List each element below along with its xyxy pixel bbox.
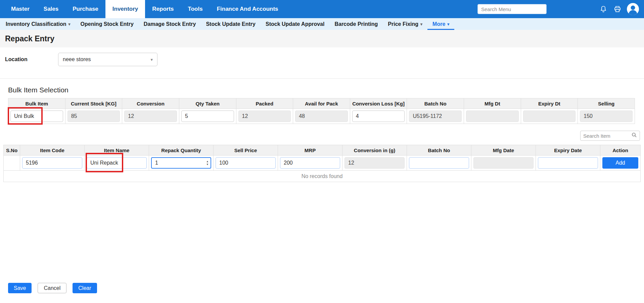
nav-item-tools[interactable]: Tools bbox=[181, 0, 210, 18]
column-header-mrp: MRP bbox=[278, 145, 342, 156]
item-name-cell bbox=[85, 156, 149, 171]
sno-cell bbox=[4, 156, 20, 171]
clear-button[interactable]: Clear bbox=[73, 283, 97, 293]
column-header-item-name: Item Name bbox=[85, 145, 149, 156]
packed-cell bbox=[236, 109, 293, 124]
repack-quantity-input[interactable] bbox=[151, 157, 211, 169]
selling-cell bbox=[578, 109, 635, 124]
subnav-item-more[interactable]: More ▾ bbox=[427, 18, 454, 30]
column-header-selling: Selling bbox=[578, 98, 635, 109]
conversion-in-g-input bbox=[344, 157, 405, 169]
repack-entry-row: ▴▾ Add bbox=[4, 156, 641, 171]
conversion-input bbox=[124, 111, 177, 122]
search-icon[interactable] bbox=[632, 132, 637, 139]
add-button[interactable]: Add bbox=[602, 157, 638, 169]
expiry-dt-input bbox=[523, 111, 576, 122]
nav-item-finance-and-accounts[interactable]: Finance And Accounts bbox=[210, 0, 285, 18]
subnav-label: Stock Update Entry bbox=[206, 21, 256, 27]
nav-item-inventory[interactable]: Inventory bbox=[105, 0, 145, 18]
expiry-date-cell bbox=[536, 156, 600, 171]
column-header-expiry-date: Expiry Date bbox=[536, 145, 600, 156]
sell-price-input[interactable] bbox=[216, 157, 276, 169]
column-header-item-code: Item Code bbox=[20, 145, 85, 156]
column-header-bulk-item: Bulk Item bbox=[8, 98, 65, 109]
no-records-row: No records found bbox=[4, 171, 641, 182]
conversion-loss-cell bbox=[350, 109, 407, 124]
item-name-input[interactable] bbox=[87, 157, 147, 169]
bulk-item-input[interactable] bbox=[10, 111, 63, 122]
inventory-subnav: Inventory Classification ▾ Opening Stock… bbox=[0, 18, 644, 30]
repack-quantity-cell: ▴▾ bbox=[149, 156, 214, 171]
selling-input bbox=[580, 111, 633, 122]
subnav-label: Barcode Printing bbox=[334, 21, 378, 27]
topnav-right-group bbox=[477, 0, 644, 18]
repack-batch-no-input[interactable] bbox=[409, 157, 469, 169]
item-search-row bbox=[0, 131, 640, 141]
column-header-mfg-dt: Mfg Dt bbox=[464, 98, 521, 109]
subnav-item-stock-update-approval[interactable]: Stock Update Approval bbox=[261, 18, 329, 30]
conversion-g-cell bbox=[342, 156, 407, 171]
current-stock-cell bbox=[65, 109, 122, 124]
expiry-date-input[interactable] bbox=[538, 157, 598, 169]
section-divider bbox=[0, 78, 644, 79]
column-header-conversion-loss: Conversion Loss [Kg] bbox=[350, 98, 407, 109]
subnav-item-price-fixing[interactable]: Price Fixing ▾ bbox=[383, 18, 427, 30]
user-avatar[interactable] bbox=[627, 3, 639, 15]
item-search-box bbox=[580, 131, 640, 141]
subnav-item-inventory-classification[interactable]: Inventory Classification ▾ bbox=[1, 18, 76, 30]
chevron-down-icon: ▾ bbox=[447, 22, 449, 27]
item-code-input[interactable] bbox=[22, 157, 82, 169]
page-title-strip: Repack Entry bbox=[0, 30, 644, 47]
subnav-label: Stock Update Approval bbox=[266, 21, 324, 27]
mfg-dt-cell bbox=[464, 109, 521, 124]
subnav-label: More bbox=[432, 21, 445, 27]
column-header-sno: S.No bbox=[4, 145, 20, 156]
conversion-loss-input[interactable] bbox=[352, 111, 405, 122]
mfg-date-cell bbox=[471, 156, 536, 171]
sell-price-cell bbox=[214, 156, 278, 171]
conversion-cell bbox=[122, 109, 179, 124]
nav-item-sales[interactable]: Sales bbox=[37, 0, 65, 18]
action-cell: Add bbox=[600, 156, 641, 171]
bulk-item-table: Bulk Item Current Stock [KG] Conversion … bbox=[8, 98, 635, 124]
page-title: Repack Entry bbox=[5, 34, 54, 43]
subnav-label: Opening Stock Entry bbox=[81, 21, 134, 27]
subnav-label: Inventory Classification bbox=[6, 21, 66, 27]
mrp-input[interactable] bbox=[280, 157, 340, 169]
subnav-item-stock-update-entry[interactable]: Stock Update Entry bbox=[201, 18, 261, 30]
subnav-item-opening-stock-entry[interactable]: Opening Stock Entry bbox=[76, 18, 139, 30]
location-row: Location neee stores ▾ bbox=[5, 53, 644, 66]
nav-item-reports[interactable]: Reports bbox=[145, 0, 181, 18]
notifications-bell-icon[interactable] bbox=[599, 5, 608, 13]
location-select[interactable]: neee stores ▾ bbox=[58, 53, 157, 66]
nav-item-purchase[interactable]: Purchase bbox=[65, 0, 105, 18]
repack-batch-no-cell bbox=[407, 156, 471, 171]
subnav-item-damage-stock-entry[interactable]: Damage Stock Entry bbox=[139, 18, 201, 30]
location-label: Location bbox=[5, 56, 58, 62]
stepper-down-icon[interactable]: ▾ bbox=[206, 163, 208, 166]
save-button[interactable]: Save bbox=[8, 283, 32, 293]
subnav-label: Damage Stock Entry bbox=[144, 21, 196, 27]
menu-search-input[interactable] bbox=[477, 4, 547, 14]
item-code-cell bbox=[20, 156, 85, 171]
column-header-mfg-date: Mfg Date bbox=[471, 145, 536, 156]
subnav-item-barcode-printing[interactable]: Barcode Printing bbox=[329, 18, 383, 30]
chevron-down-icon: ▾ bbox=[68, 22, 71, 27]
chevron-down-icon: ▾ bbox=[150, 57, 153, 62]
column-header-expiry-dt: Expiry Dt bbox=[521, 98, 578, 109]
cancel-button[interactable]: Cancel bbox=[38, 283, 66, 293]
column-header-conversion: Conversion bbox=[122, 98, 179, 109]
item-search-input[interactable] bbox=[583, 133, 632, 139]
printer-icon[interactable] bbox=[613, 5, 622, 13]
column-header-qty-taken: Qty Taken bbox=[179, 98, 236, 109]
top-navbar: Master Sales Purchase Inventory Reports … bbox=[0, 0, 644, 18]
column-header-action: Action bbox=[600, 145, 641, 156]
repack-table-header-row: S.No Item Code Item Name Repack Quantity… bbox=[4, 145, 641, 156]
stepper-arrows-icon[interactable]: ▴▾ bbox=[206, 160, 208, 166]
batch-no-cell bbox=[407, 109, 464, 124]
bulk-section-title: Bulk Item Selection bbox=[8, 86, 644, 94]
mfg-dt-input bbox=[466, 111, 519, 122]
nav-item-master[interactable]: Master bbox=[4, 0, 37, 18]
qty-taken-input[interactable] bbox=[181, 111, 234, 122]
batch-no-input bbox=[409, 111, 462, 122]
